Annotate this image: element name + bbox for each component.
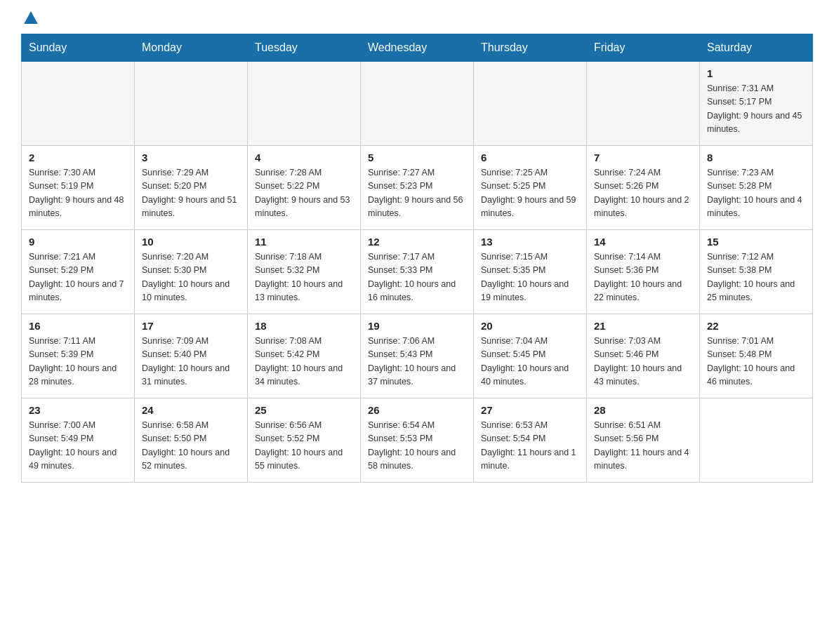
calendar-week-row: 23Sunrise: 7:00 AM Sunset: 5:49 PM Dayli…	[22, 398, 813, 483]
day-info: Sunrise: 7:31 AM Sunset: 5:17 PM Dayligh…	[707, 82, 805, 137]
day-info: Sunrise: 6:58 AM Sunset: 5:50 PM Dayligh…	[142, 419, 240, 474]
day-number: 14	[594, 236, 692, 248]
day-number: 2	[29, 152, 127, 163]
day-of-week-header: Sunday	[22, 34, 135, 62]
day-number: 5	[368, 152, 466, 163]
calendar-cell: 13Sunrise: 7:15 AM Sunset: 5:35 PM Dayli…	[474, 230, 587, 314]
day-of-week-header: Saturday	[700, 34, 813, 62]
day-info: Sunrise: 7:15 AM Sunset: 5:35 PM Dayligh…	[481, 250, 579, 305]
logo	[21, 14, 38, 22]
day-number: 8	[707, 152, 805, 163]
day-number: 13	[481, 236, 579, 248]
calendar-cell	[22, 62, 135, 146]
day-info: Sunrise: 7:03 AM Sunset: 5:46 PM Dayligh…	[594, 335, 692, 389]
day-number: 24	[142, 404, 240, 416]
calendar-table: SundayMondayTuesdayWednesdayThursdayFrid…	[21, 34, 813, 483]
day-info: Sunrise: 7:06 AM Sunset: 5:43 PM Dayligh…	[368, 335, 466, 389]
day-info: Sunrise: 6:54 AM Sunset: 5:53 PM Dayligh…	[368, 419, 466, 474]
calendar-cell: 22Sunrise: 7:01 AM Sunset: 5:48 PM Dayli…	[700, 314, 813, 398]
calendar-header-row: SundayMondayTuesdayWednesdayThursdayFrid…	[22, 34, 813, 62]
day-info: Sunrise: 7:25 AM Sunset: 5:25 PM Dayligh…	[481, 166, 579, 221]
day-number: 27	[481, 404, 579, 416]
day-info: Sunrise: 6:53 AM Sunset: 5:54 PM Dayligh…	[481, 419, 579, 474]
day-number: 22	[707, 320, 805, 332]
day-number: 20	[481, 320, 579, 332]
day-info: Sunrise: 7:27 AM Sunset: 5:23 PM Dayligh…	[368, 166, 466, 221]
day-number: 3	[142, 152, 240, 163]
calendar-cell	[700, 398, 813, 483]
day-number: 1	[707, 67, 805, 79]
calendar-cell: 9Sunrise: 7:21 AM Sunset: 5:29 PM Daylig…	[22, 230, 135, 314]
calendar-cell: 15Sunrise: 7:12 AM Sunset: 5:38 PM Dayli…	[700, 230, 813, 314]
day-info: Sunrise: 7:11 AM Sunset: 5:39 PM Dayligh…	[29, 335, 127, 389]
calendar-cell: 16Sunrise: 7:11 AM Sunset: 5:39 PM Dayli…	[22, 314, 135, 398]
day-info: Sunrise: 7:14 AM Sunset: 5:36 PM Dayligh…	[594, 250, 692, 305]
calendar-week-row: 2Sunrise: 7:30 AM Sunset: 5:19 PM Daylig…	[22, 146, 813, 230]
day-number: 10	[142, 236, 240, 248]
calendar-cell: 1Sunrise: 7:31 AM Sunset: 5:17 PM Daylig…	[700, 62, 813, 146]
calendar-cell: 8Sunrise: 7:23 AM Sunset: 5:28 PM Daylig…	[700, 146, 813, 230]
calendar-cell: 11Sunrise: 7:18 AM Sunset: 5:32 PM Dayli…	[248, 230, 361, 314]
calendar-cell: 21Sunrise: 7:03 AM Sunset: 5:46 PM Dayli…	[587, 314, 700, 398]
calendar-cell: 2Sunrise: 7:30 AM Sunset: 5:19 PM Daylig…	[22, 146, 135, 230]
calendar-cell: 26Sunrise: 6:54 AM Sunset: 5:53 PM Dayli…	[361, 398, 474, 483]
day-of-week-header: Tuesday	[248, 34, 361, 62]
day-info: Sunrise: 7:04 AM Sunset: 5:45 PM Dayligh…	[481, 335, 579, 389]
calendar-week-row: 9Sunrise: 7:21 AM Sunset: 5:29 PM Daylig…	[22, 230, 813, 314]
calendar-cell: 25Sunrise: 6:56 AM Sunset: 5:52 PM Dayli…	[248, 398, 361, 483]
day-number: 12	[368, 236, 466, 248]
calendar-cell: 17Sunrise: 7:09 AM Sunset: 5:40 PM Dayli…	[135, 314, 248, 398]
day-info: Sunrise: 7:09 AM Sunset: 5:40 PM Dayligh…	[142, 335, 240, 389]
day-info: Sunrise: 7:20 AM Sunset: 5:30 PM Dayligh…	[142, 250, 240, 305]
day-info: Sunrise: 6:51 AM Sunset: 5:56 PM Dayligh…	[594, 419, 692, 474]
day-info: Sunrise: 7:08 AM Sunset: 5:42 PM Dayligh…	[255, 335, 353, 389]
calendar-cell	[248, 62, 361, 146]
calendar-cell: 3Sunrise: 7:29 AM Sunset: 5:20 PM Daylig…	[135, 146, 248, 230]
day-info: Sunrise: 6:56 AM Sunset: 5:52 PM Dayligh…	[255, 419, 353, 474]
day-info: Sunrise: 7:12 AM Sunset: 5:38 PM Dayligh…	[707, 250, 805, 305]
day-number: 7	[594, 152, 692, 163]
day-info: Sunrise: 7:30 AM Sunset: 5:19 PM Dayligh…	[29, 166, 127, 221]
day-number: 6	[481, 152, 579, 163]
calendar-cell: 14Sunrise: 7:14 AM Sunset: 5:36 PM Dayli…	[587, 230, 700, 314]
calendar-cell	[587, 62, 700, 146]
calendar-cell: 12Sunrise: 7:17 AM Sunset: 5:33 PM Dayli…	[361, 230, 474, 314]
day-of-week-header: Friday	[587, 34, 700, 62]
day-number: 11	[255, 236, 353, 248]
calendar-cell: 5Sunrise: 7:27 AM Sunset: 5:23 PM Daylig…	[361, 146, 474, 230]
day-number: 23	[29, 404, 127, 416]
calendar-cell: 4Sunrise: 7:28 AM Sunset: 5:22 PM Daylig…	[248, 146, 361, 230]
calendar-cell: 18Sunrise: 7:08 AM Sunset: 5:42 PM Dayli…	[248, 314, 361, 398]
day-number: 9	[29, 236, 127, 248]
calendar-cell: 24Sunrise: 6:58 AM Sunset: 5:50 PM Dayli…	[135, 398, 248, 483]
day-info: Sunrise: 7:01 AM Sunset: 5:48 PM Dayligh…	[707, 335, 805, 389]
day-number: 28	[594, 404, 692, 416]
day-number: 17	[142, 320, 240, 332]
day-number: 26	[368, 404, 466, 416]
calendar-cell	[135, 62, 248, 146]
calendar-cell: 27Sunrise: 6:53 AM Sunset: 5:54 PM Dayli…	[474, 398, 587, 483]
day-info: Sunrise: 7:17 AM Sunset: 5:33 PM Dayligh…	[368, 250, 466, 305]
day-number: 19	[368, 320, 466, 332]
calendar-cell: 28Sunrise: 6:51 AM Sunset: 5:56 PM Dayli…	[587, 398, 700, 483]
calendar-cell	[361, 62, 474, 146]
day-number: 16	[29, 320, 127, 332]
page-header	[21, 14, 813, 22]
calendar-week-row: 1Sunrise: 7:31 AM Sunset: 5:17 PM Daylig…	[22, 62, 813, 146]
day-number: 15	[707, 236, 805, 248]
calendar-cell: 23Sunrise: 7:00 AM Sunset: 5:49 PM Dayli…	[22, 398, 135, 483]
logo-triangle-icon	[24, 11, 38, 24]
day-number: 21	[594, 320, 692, 332]
calendar-cell: 20Sunrise: 7:04 AM Sunset: 5:45 PM Dayli…	[474, 314, 587, 398]
calendar-cell: 6Sunrise: 7:25 AM Sunset: 5:25 PM Daylig…	[474, 146, 587, 230]
calendar-cell	[474, 62, 587, 146]
day-info: Sunrise: 7:28 AM Sunset: 5:22 PM Dayligh…	[255, 166, 353, 221]
day-number: 18	[255, 320, 353, 332]
day-info: Sunrise: 7:23 AM Sunset: 5:28 PM Dayligh…	[707, 166, 805, 221]
day-info: Sunrise: 7:18 AM Sunset: 5:32 PM Dayligh…	[255, 250, 353, 305]
calendar-cell: 7Sunrise: 7:24 AM Sunset: 5:26 PM Daylig…	[587, 146, 700, 230]
day-number: 4	[255, 152, 353, 163]
day-info: Sunrise: 7:24 AM Sunset: 5:26 PM Dayligh…	[594, 166, 692, 221]
day-info: Sunrise: 7:21 AM Sunset: 5:29 PM Dayligh…	[29, 250, 127, 305]
calendar-cell: 10Sunrise: 7:20 AM Sunset: 5:30 PM Dayli…	[135, 230, 248, 314]
